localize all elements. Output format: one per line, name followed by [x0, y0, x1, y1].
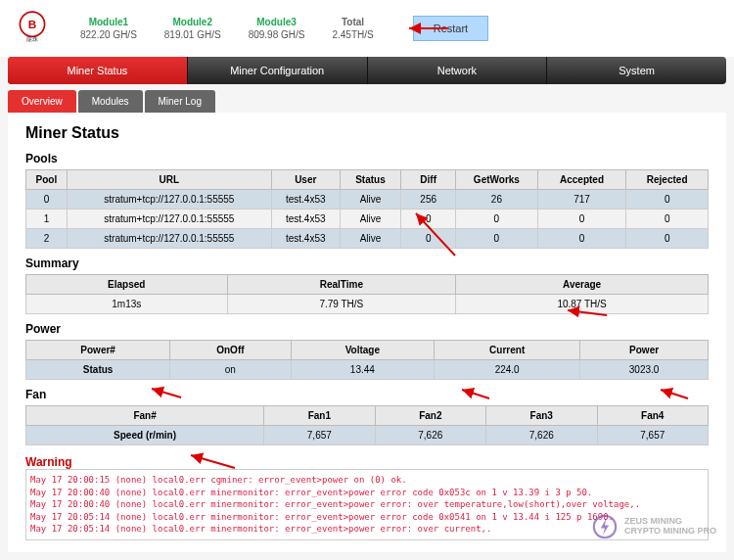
th-diff: Diff [401, 170, 456, 190]
th-onoff: OnOff [170, 341, 291, 360]
th-accepted: Accepted [537, 170, 626, 190]
subtab-miner-log[interactable]: Miner Log [145, 90, 215, 113]
tab-miner-status[interactable]: Miner Status [8, 57, 188, 84]
subtab-overview[interactable]: Overview [8, 90, 76, 113]
subtab-modules[interactable]: Modules [78, 90, 143, 113]
th-elapsed: Elapsed [26, 275, 228, 295]
th-user: User [271, 170, 340, 190]
power-table: Power#OnOffVoltageCurrentPower Statuson1… [25, 340, 709, 380]
th-getworks: GetWorks [456, 170, 538, 190]
tab-miner-configuration[interactable]: Miner Configuration [188, 57, 368, 84]
summary-title: Summary [25, 257, 709, 270]
th-url: URL [67, 170, 271, 190]
th-status: Status [340, 170, 401, 190]
svg-text:龍珠: 龍珠 [26, 36, 38, 42]
th-fan1: Fan1 [264, 406, 375, 426]
log-line: May 17 20:00:15 (none) local0.err cgmine… [30, 474, 704, 487]
th-pool: Pool [26, 170, 68, 190]
brand-logo: B龍珠 [12, 8, 53, 49]
summary-table: ElapsedRealTimeAverage 1m13s7.79 TH/S10.… [25, 274, 709, 314]
th-power: Power [580, 341, 709, 360]
th-realtime: RealTime [227, 275, 456, 295]
power-title: Power [25, 322, 709, 336]
th-voltage: Voltage [291, 341, 435, 360]
fan-table: Fan#Fan1Fan2Fan3Fan4 Speed (r/min)7,6577… [25, 405, 709, 445]
module3-label: Module3 [249, 17, 305, 27]
total-value: 2.45TH/S [332, 29, 373, 40]
tab-network[interactable]: Network [368, 57, 548, 84]
table-row: Statuson13.44224.03023.0 [26, 360, 709, 380]
th-fan4: Fan4 [597, 406, 709, 426]
zeus-icon [591, 513, 619, 540]
svg-text:B: B [28, 18, 37, 30]
restart-button[interactable]: Restart [413, 16, 488, 41]
module1-label: Module1 [80, 17, 137, 27]
th-current: Current [435, 341, 580, 360]
table-row: 0stratum+tcp://127.0.0.1:55555test.4x53A… [26, 190, 709, 210]
table-row: Speed (r/min)7,6577,6267,6267,657 [26, 426, 709, 445]
th-average: Average [456, 275, 709, 295]
module-stats: Module1822.20 GH/S Module2819.01 GH/S Mo… [80, 17, 374, 40]
th-powernum: Power# [26, 341, 170, 360]
table-row: 1stratum+tcp://127.0.0.1:55555test.4x53A… [26, 210, 709, 229]
watermark: ZEUS MINING CRYPTO MINING PRO [591, 513, 716, 540]
header: B龍珠 Module1822.20 GH/S Module2819.01 GH/… [0, 0, 734, 57]
module2-label: Module2 [164, 17, 221, 27]
page-title: Miner Status [25, 124, 709, 142]
th-rejected: Rejected [626, 170, 709, 190]
pools-table: Pool URL User Status Diff GetWorks Accep… [25, 169, 709, 249]
total-label: Total [332, 17, 373, 27]
tab-system[interactable]: System [547, 57, 726, 84]
watermark-line2: CRYPTO MINING PRO [624, 527, 716, 537]
module2-value: 819.01 GH/S [164, 29, 221, 40]
table-row: 2stratum+tcp://127.0.0.1:55555test.4x53A… [26, 229, 709, 249]
th-fan3: Fan3 [486, 406, 597, 426]
log-line: May 17 20:00:40 (none) local0.err minerm… [30, 498, 704, 511]
content: Miner Status Pools Pool URL User Status … [8, 113, 726, 552]
th-fannum: Fan# [26, 406, 264, 426]
main-tabs: Miner Status Miner Configuration Network… [8, 57, 726, 84]
module1-value: 822.20 GH/S [80, 29, 137, 40]
sub-tabs: Overview Modules Miner Log [8, 90, 726, 113]
log-line: May 17 20:00:40 (none) local0.err minerm… [30, 487, 704, 499]
module3-value: 809.98 GH/S [249, 29, 305, 40]
warning-title: Warning [25, 455, 709, 469]
th-fan2: Fan2 [375, 406, 485, 426]
pools-title: Pools [25, 152, 709, 165]
table-row: 1m13s7.79 TH/S10.87 TH/S [26, 295, 709, 314]
fan-title: Fan [25, 388, 709, 401]
